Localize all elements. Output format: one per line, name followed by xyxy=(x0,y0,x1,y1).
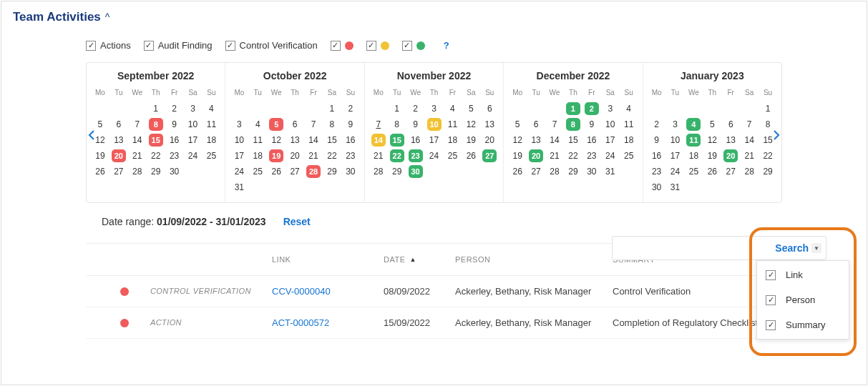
calendar-day[interactable]: 9 xyxy=(582,117,601,132)
calendar-day[interactable]: 17 xyxy=(601,132,620,148)
calendar-day[interactable]: 16 xyxy=(582,132,601,148)
calendar-day[interactable]: 18 xyxy=(202,132,220,148)
calendar-day[interactable]: 23 xyxy=(648,164,666,179)
calendar-day[interactable]: 13 xyxy=(286,132,304,148)
calendar-day[interactable]: 9 xyxy=(406,117,425,132)
calendar-day[interactable]: 11 xyxy=(620,117,638,132)
calendar-day[interactable]: 12 xyxy=(462,117,480,132)
calendar-day[interactable]: 31 xyxy=(601,164,620,179)
calendar-day[interactable]: 16 xyxy=(341,132,360,148)
calendar-day[interactable]: 3 xyxy=(230,117,248,132)
calendar-day[interactable]: 24 xyxy=(230,164,248,179)
calendar-day[interactable]: 30 xyxy=(165,164,184,179)
calendar-day[interactable]: 21 xyxy=(304,148,323,164)
calendar-day[interactable]: 28 xyxy=(545,164,564,179)
calendar-day[interactable]: 18 xyxy=(443,132,462,148)
filter-status-green[interactable]: ✓ xyxy=(402,41,425,51)
calendar-day[interactable]: 29 xyxy=(759,164,777,179)
calendar-day[interactable]: 20 xyxy=(527,148,545,164)
calendar-day[interactable]: 28 xyxy=(369,164,388,179)
calendar-day[interactable]: 10 xyxy=(601,117,620,132)
calendar-day[interactable]: 30 xyxy=(648,179,666,195)
calendar-day[interactable]: 1 xyxy=(147,101,165,117)
calendar-day[interactable]: 19 xyxy=(462,132,480,148)
calendar-day[interactable]: 21 xyxy=(369,148,388,164)
filter-actions[interactable]: ✓ Actions xyxy=(86,40,131,51)
calendar-day[interactable]: 28 xyxy=(304,164,323,179)
calendar-day[interactable]: 16 xyxy=(648,148,666,164)
calendar-day[interactable]: 26 xyxy=(91,164,109,179)
calendar-day[interactable]: 13 xyxy=(109,132,128,148)
calendar-day[interactable]: 7 xyxy=(128,117,147,132)
calendar-day[interactable]: 25 xyxy=(443,148,462,164)
filter-control-verification[interactable]: ✓ Control Verification xyxy=(225,40,318,51)
calendar-day[interactable]: 2 xyxy=(165,101,184,117)
col-header-link[interactable]: LINK xyxy=(272,255,384,264)
calendar-day[interactable]: 12 xyxy=(703,132,721,148)
calendar-day[interactable]: 27 xyxy=(721,164,740,179)
calendar-day[interactable]: 5 xyxy=(703,117,721,132)
calendar-day[interactable]: 11 xyxy=(684,132,703,148)
calendar-day[interactable]: 4 xyxy=(202,101,220,117)
calendar-day[interactable]: 8 xyxy=(388,117,406,132)
calendar-day[interactable]: 20 xyxy=(109,148,128,164)
calendar-day[interactable]: 14 xyxy=(369,132,388,148)
col-header-date[interactable]: DATE ▲ xyxy=(384,255,455,264)
calendar-day[interactable]: 26 xyxy=(267,164,286,179)
calendar-day[interactable]: 11 xyxy=(202,117,220,132)
calendar-day[interactable]: 4 xyxy=(684,117,703,132)
calendar-day[interactable]: 6 xyxy=(109,117,128,132)
reset-button[interactable]: Reset xyxy=(283,216,311,227)
calendar-day[interactable]: 19 xyxy=(703,148,721,164)
calendar-day[interactable]: 7 xyxy=(545,117,564,132)
calendar-day[interactable]: 13 xyxy=(480,117,499,132)
calendar-day[interactable]: 22 xyxy=(564,148,582,164)
calendar-day[interactable]: 10 xyxy=(184,117,203,132)
calendar-day[interactable]: 20 xyxy=(286,148,304,164)
calendar-day[interactable]: 23 xyxy=(582,148,601,164)
calendar-day[interactable]: 27 xyxy=(109,164,128,179)
calendar-day[interactable]: 8 xyxy=(759,117,777,132)
calendar-day[interactable]: 2 xyxy=(406,101,425,117)
calendar-day[interactable]: 1 xyxy=(564,101,582,117)
calendar-day[interactable]: 29 xyxy=(388,164,406,179)
calendar-day[interactable]: 5 xyxy=(462,101,480,117)
calendar-day[interactable]: 24 xyxy=(184,148,203,164)
calendar-day[interactable]: 5 xyxy=(91,117,109,132)
calendar-day[interactable]: 17 xyxy=(184,132,203,148)
calendar-day[interactable]: 8 xyxy=(564,117,582,132)
calendar-day[interactable]: 10 xyxy=(230,132,248,148)
filter-status-yellow[interactable]: ✓ xyxy=(366,41,389,51)
search-opt-link[interactable]: ✓ Link xyxy=(766,269,840,280)
calendar-day[interactable]: 16 xyxy=(165,132,184,148)
filter-status-red[interactable]: ✓ xyxy=(331,41,353,51)
calendar-day[interactable]: 14 xyxy=(545,132,564,148)
calendar-day[interactable]: 20 xyxy=(721,148,740,164)
calendar-day[interactable]: 12 xyxy=(267,132,286,148)
calendar-day[interactable]: 18 xyxy=(248,148,267,164)
row-link[interactable]: ACT-0000572 xyxy=(272,317,384,328)
calendar-day[interactable]: 4 xyxy=(443,101,462,117)
row-link[interactable]: CCV-0000040 xyxy=(272,286,384,297)
calendar-day[interactable]: 11 xyxy=(248,132,267,148)
calendar-day[interactable]: 15 xyxy=(323,132,341,148)
calendar-day[interactable]: 4 xyxy=(620,101,638,117)
calendar-day[interactable]: 30 xyxy=(406,164,425,179)
calendar-day[interactable]: 4 xyxy=(248,117,267,132)
calendar-day[interactable]: 19 xyxy=(91,148,109,164)
calendar-day[interactable]: 9 xyxy=(341,117,360,132)
calendar-day[interactable]: 21 xyxy=(545,148,564,164)
calendar-day[interactable]: 26 xyxy=(508,164,527,179)
calendar-day[interactable]: 6 xyxy=(480,101,499,117)
col-header-person[interactable]: PERSON xyxy=(455,255,613,264)
calendar-day[interactable]: 15 xyxy=(147,132,165,148)
calendar-day[interactable]: 6 xyxy=(527,117,545,132)
calendar-day[interactable]: 22 xyxy=(147,148,165,164)
calendar-day[interactable]: 17 xyxy=(425,132,444,148)
search-opt-summary[interactable]: ✓ Summary xyxy=(766,320,840,330)
calendar-day[interactable]: 15 xyxy=(388,132,406,148)
calendar-day[interactable]: 14 xyxy=(740,132,759,148)
calendar-day[interactable]: 27 xyxy=(286,164,304,179)
calendar-day[interactable]: 3 xyxy=(666,117,685,132)
search-button[interactable]: Search xyxy=(772,242,811,254)
